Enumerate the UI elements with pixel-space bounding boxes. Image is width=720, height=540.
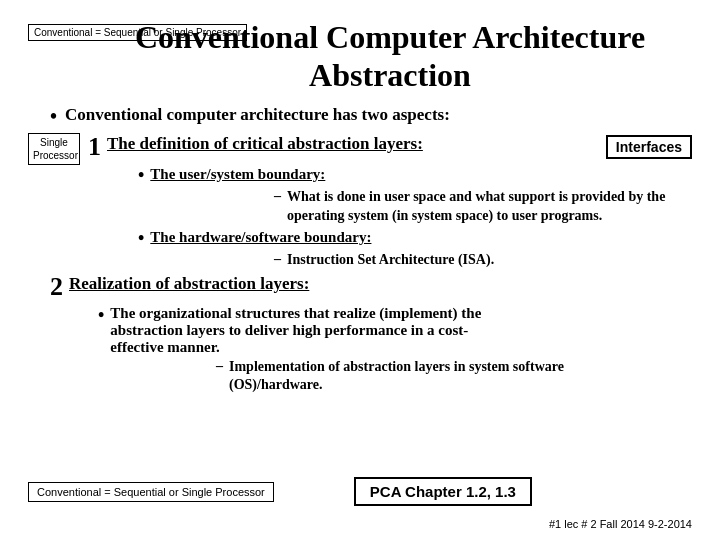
- section1-heading: The definition of critical abstraction l…: [107, 133, 596, 154]
- section2-number: 2: [50, 273, 63, 302]
- top-bullet: • Conventional computer architecture has…: [50, 105, 692, 127]
- bottom-label: Conventional = Sequential or Single Proc…: [28, 482, 274, 502]
- single-processor-label: SingleProcessor: [28, 133, 80, 165]
- sub-bullet-text-1: The user/system boundary:: [150, 165, 325, 184]
- dash-bullet-1-1: – What is done in user space and what su…: [274, 188, 692, 224]
- sub-bullet2-text-1: The organizational structures that reali…: [110, 305, 481, 356]
- dash-bullet-2-1: – Instruction Set Architecture (ISA).: [274, 251, 692, 269]
- content-area: • Conventional computer architecture has…: [28, 105, 692, 394]
- section2-row: 2 Realization of abstraction layers:: [28, 273, 692, 302]
- dash-bullets-1: – What is done in user space and what su…: [274, 188, 692, 224]
- section1-number: 1: [88, 133, 101, 162]
- dash-1: –: [274, 188, 281, 204]
- sub-bullet2-1: • The organizational structures that rea…: [98, 305, 692, 356]
- sub-bullet-text-2: The hardware/software boundary:: [150, 228, 371, 247]
- title-box-label: Conventional = Sequential or Single Proc…: [28, 24, 247, 41]
- section2-heading: Realization of abstraction layers:: [69, 273, 309, 294]
- sub-bullet2-dot-1: •: [98, 305, 104, 326]
- dash-text-1-1: What is done in user space and what supp…: [287, 188, 665, 224]
- sub-bullet-2: • The hardware/software boundary:: [138, 228, 692, 249]
- dash2-1: –: [216, 358, 223, 374]
- title-line2: Abstraction: [309, 57, 471, 93]
- slide-footer: #1 lec # 2 Fall 2014 9-2-2014: [549, 518, 692, 530]
- dash-text-2-1: Instruction Set Architecture (ISA).: [287, 251, 494, 269]
- dash-text2-1-1: Implementation of abstraction layers in …: [229, 358, 564, 394]
- sub-bullet-dot-2: •: [138, 228, 144, 249]
- dash-bullets2-1: – Implementation of abstraction layers i…: [216, 358, 692, 394]
- top-bullet-text: Conventional computer architecture has t…: [65, 105, 450, 125]
- section1-sub-bullets: • The user/system boundary: – What is do…: [138, 165, 692, 269]
- section2-sub-bullets: • The organizational structures that rea…: [98, 305, 692, 394]
- bullet-dot: •: [50, 105, 57, 127]
- section1-row: SingleProcessor 1 The definition of crit…: [28, 133, 692, 162]
- interfaces-badge: Interfaces: [606, 135, 692, 159]
- dash-2: –: [274, 251, 281, 267]
- bottom-bar: Conventional = Sequential or Single Proc…: [28, 477, 692, 506]
- bottom-chapter: PCA Chapter 1.2, 1.3: [354, 477, 532, 506]
- sub-bullet-dot-1: •: [138, 165, 144, 186]
- dash-bullet2-1-1: – Implementation of abstraction layers i…: [216, 358, 692, 394]
- dash-bullets-2: – Instruction Set Architecture (ISA).: [274, 251, 692, 269]
- sub-bullet-1: • The user/system boundary:: [138, 165, 692, 186]
